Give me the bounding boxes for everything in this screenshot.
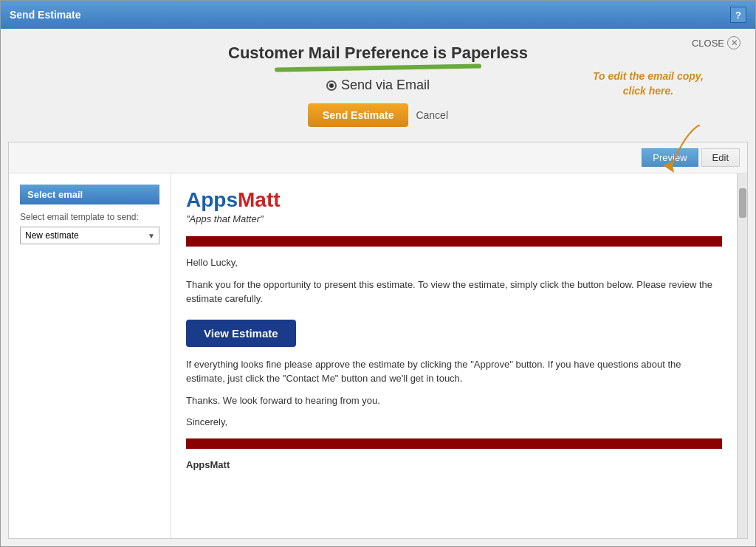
email-sidebar: Select email Select email template to se… [9, 173, 171, 538]
view-estimate-button[interactable]: View Estimate [186, 320, 296, 347]
select-label: Select email template to send: [20, 212, 159, 222]
email-greeting: Hello Lucky, [186, 255, 722, 270]
email-signature: AppsMatt [186, 458, 722, 472]
green-underline [275, 64, 481, 72]
template-select-wrapper: New estimate Follow up Reminder ▼ [20, 227, 159, 244]
help-icon: ? [735, 10, 741, 21]
template-select[interactable]: New estimate Follow up Reminder [20, 227, 159, 244]
dialog-title: Send Estimate [10, 9, 80, 21]
close-button[interactable]: CLOSE ✕ [692, 36, 740, 49]
cancel-button[interactable]: Cancel [416, 109, 448, 121]
content-area: Preview Edit Select email Select email t… [8, 142, 748, 539]
send-estimate-button[interactable]: Send Estimate [308, 103, 408, 127]
logo-tagline: "Apps that Matter" [186, 213, 264, 224]
tooltip-arrow [656, 125, 715, 176]
help-button[interactable]: ? [730, 7, 746, 23]
scrollbar-thumb[interactable] [739, 188, 746, 218]
scrollbar[interactable] [737, 173, 747, 538]
logo-matt: Matt [238, 188, 281, 211]
tooltip-text: To edit the email copy, click here. [585, 69, 711, 98]
top-section: CLOSE ✕ Customer Mail Preference is Pape… [1, 29, 755, 142]
email-body1: Thank you for the opportunity to present… [186, 278, 722, 306]
email-closing: Sincerely, [186, 415, 722, 430]
content-toolbar: Preview Edit [9, 142, 747, 173]
logo-apps: Apps [186, 188, 238, 211]
radio-button[interactable] [326, 80, 337, 91]
title-bar: Send Estimate ? [1, 1, 755, 29]
red-bar-bottom [186, 438, 722, 449]
buttons-row: Send Estimate Cancel [16, 103, 740, 127]
email-body2: If everything looks fine please approve … [186, 357, 722, 386]
main-title: Customer Mail Preference is Paperless [16, 44, 740, 63]
close-icon: ✕ [727, 36, 740, 49]
sidebar-title: Select email [20, 185, 159, 204]
content-main: Select email Select email template to se… [9, 173, 747, 538]
send-estimate-dialog: Send Estimate ? CLOSE ✕ Customer Mail Pr… [0, 0, 756, 547]
email-logo: AppsMatt "Apps that Matter" [186, 188, 722, 225]
red-bar-top [186, 236, 722, 247]
email-body3: Thanks. We look forward to hearing from … [186, 393, 722, 408]
close-label: CLOSE [692, 38, 724, 49]
dialog-body: CLOSE ✕ Customer Mail Preference is Pape… [1, 29, 755, 546]
radio-label: Send via Email [341, 78, 430, 93]
email-preview: AppsMatt "Apps that Matter" Hello Lucky,… [171, 173, 737, 538]
